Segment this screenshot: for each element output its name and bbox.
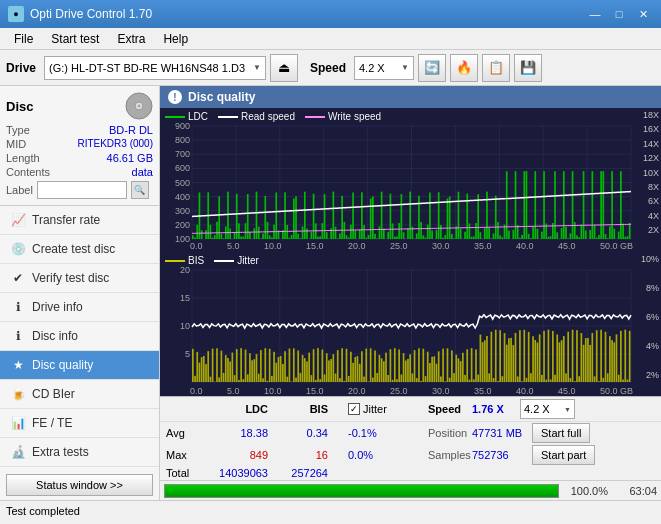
chart1-y-right: 18X16X14X12X10X8X6X4X2X: [633, 108, 661, 237]
copy-button[interactable]: 📋: [482, 54, 510, 82]
sidebar-item-transfer-rate[interactable]: 📈 Transfer rate: [0, 206, 159, 235]
svg-point-2: [138, 105, 141, 108]
sidebar: Disc Type BD-R DL MID RITEKDR3 (000) Len…: [0, 86, 160, 500]
speed-select[interactable]: 4.2 X: [354, 56, 414, 80]
sidebar-label-disc-quality: Disc quality: [32, 358, 93, 372]
type-value: BD-R DL: [109, 124, 153, 136]
sidebar-item-disc-info[interactable]: ℹ Disc info: [0, 322, 159, 351]
length-value: 46.61 GB: [107, 152, 153, 164]
sidebar-label-cd-bier: CD BIer: [32, 387, 75, 401]
minimize-button[interactable]: —: [585, 5, 605, 23]
avg-bis: 0.34: [268, 427, 328, 439]
disc-quality-title: Disc quality: [188, 90, 255, 104]
status-window-button[interactable]: Status window >>: [6, 474, 153, 496]
start-full-button[interactable]: Start full: [532, 423, 590, 443]
contents-label: Contents: [6, 166, 50, 178]
avg-jitter: -0.1%: [348, 427, 428, 439]
start-part-button[interactable]: Start part: [532, 445, 595, 465]
jitter-checkbox-container[interactable]: ✓ Jitter: [348, 403, 428, 415]
menu-start-test[interactable]: Start test: [43, 30, 107, 48]
contents-value: data: [132, 166, 153, 178]
sidebar-label-extra-tests: Extra tests: [32, 445, 89, 459]
sidebar-item-verify-test-disc[interactable]: ✔ Verify test disc: [0, 264, 159, 293]
verify-test-disc-icon: ✔: [10, 270, 26, 286]
max-label: Max: [166, 449, 202, 461]
titlebar: ● Opti Drive Control 1.70 — □ ✕: [0, 0, 661, 28]
content-area: Disc quality LDC Read speed Write speed …: [160, 86, 661, 500]
speed-label: Speed: [310, 61, 346, 75]
stats-area: LDC BIS ✓ Jitter Speed 1.76 X 4.2 X Avg …: [160, 396, 661, 480]
label-btn[interactable]: 🔍: [131, 181, 149, 199]
maximize-button[interactable]: □: [609, 5, 629, 23]
chart2-y-right: 10%8%6%4%2%: [633, 252, 661, 382]
total-bis: 257264: [268, 467, 328, 479]
extra-tests-icon: 🔬: [10, 444, 26, 460]
speed-select-stats[interactable]: 4.2 X: [520, 399, 575, 419]
chart-bis: BIS Jitter 10%8%6%4%2% 0.05.010.015.020.…: [160, 252, 661, 396]
eject-button[interactable]: ⏏: [270, 54, 298, 82]
app-title: Opti Drive Control 1.70: [30, 7, 152, 21]
sidebar-label-transfer-rate: Transfer rate: [32, 213, 100, 227]
status-text: Test completed: [6, 505, 80, 517]
create-test-disc-icon: 💿: [10, 241, 26, 257]
menu-file[interactable]: File: [6, 30, 41, 48]
sidebar-item-drive-info[interactable]: ℹ Drive info: [0, 293, 159, 322]
mid-label: MID: [6, 138, 26, 150]
sidebar-item-fe-te[interactable]: 📊 FE / TE: [0, 409, 159, 438]
chart-ldc: LDC Read speed Write speed 18X16X14X12X1…: [160, 108, 661, 252]
sidebar-label-verify-test-disc: Verify test disc: [32, 271, 109, 285]
avg-label: Avg: [166, 427, 202, 439]
header-speed: Speed: [428, 403, 472, 415]
disc-quality-header-icon: [168, 90, 182, 104]
drive-info-icon: ℹ: [10, 299, 26, 315]
sidebar-item-extra-tests[interactable]: 🔬 Extra tests: [0, 438, 159, 467]
fe-te-icon: 📊: [10, 415, 26, 431]
cd-bier-icon: 🍺: [10, 386, 26, 402]
header-ldc: LDC: [202, 403, 268, 415]
jitter-label: Jitter: [363, 403, 387, 415]
samples-label: Samples: [428, 449, 472, 461]
sidebar-label-create-test-disc: Create test disc: [32, 242, 115, 256]
disc-quality-icon: ★: [10, 357, 26, 373]
refresh-button[interactable]: 🔄: [418, 54, 446, 82]
sidebar-label-disc-info: Disc info: [32, 329, 78, 343]
burn-button[interactable]: 🔥: [450, 54, 478, 82]
sidebar-item-cd-bier[interactable]: 🍺 CD BIer: [0, 380, 159, 409]
disc-panel: Disc Type BD-R DL MID RITEKDR3 (000) Len…: [0, 86, 159, 206]
header-bis: BIS: [268, 403, 328, 415]
max-bis: 16: [268, 449, 328, 461]
sidebar-item-disc-quality[interactable]: ★ Disc quality: [0, 351, 159, 380]
total-ldc: 14039063: [202, 467, 268, 479]
total-label: Total: [166, 467, 202, 479]
disc-icon: [125, 92, 153, 120]
sidebar-menu: 📈 Transfer rate 💿 Create test disc ✔ Ver…: [0, 206, 159, 470]
progress-percent: 100.0%: [563, 485, 608, 497]
position-value: 47731 MB: [472, 427, 532, 439]
speed-value: 4.2 X: [359, 62, 385, 74]
charts-container: LDC Read speed Write speed 18X16X14X12X1…: [160, 108, 661, 396]
position-label: Position: [428, 427, 472, 439]
sidebar-label-drive-info: Drive info: [32, 300, 83, 314]
drive-label: Drive: [6, 61, 36, 75]
drive-select[interactable]: (G:) HL-DT-ST BD-RE WH16NS48 1.D3: [44, 56, 266, 80]
speed-select-value: 4.2 X: [524, 403, 550, 415]
progress-bar: [164, 484, 559, 498]
transfer-rate-icon: 📈: [10, 212, 26, 228]
label-input[interactable]: [37, 181, 127, 199]
disc-info-icon: ℹ: [10, 328, 26, 344]
label-label: Label: [6, 184, 33, 196]
menu-help[interactable]: Help: [155, 30, 196, 48]
chart2-x-axis: 0.05.010.015.020.025.030.035.040.045.050…: [190, 386, 633, 396]
disc-quality-header: Disc quality: [160, 86, 661, 108]
app-icon: ●: [8, 6, 24, 22]
menu-extra[interactable]: Extra: [109, 30, 153, 48]
drive-value: (G:) HL-DT-ST BD-RE WH16NS48 1.D3: [49, 62, 245, 74]
sidebar-label-fe-te: FE / TE: [32, 416, 72, 430]
sidebar-item-create-test-disc[interactable]: 💿 Create test disc: [0, 235, 159, 264]
mid-value: RITEKDR3 (000): [77, 138, 153, 150]
jitter-checkbox[interactable]: ✓: [348, 403, 360, 415]
close-button[interactable]: ✕: [633, 5, 653, 23]
speed-val-display: 1.76 X: [472, 403, 516, 415]
save-button[interactable]: 💾: [514, 54, 542, 82]
max-jitter: 0.0%: [348, 449, 428, 461]
